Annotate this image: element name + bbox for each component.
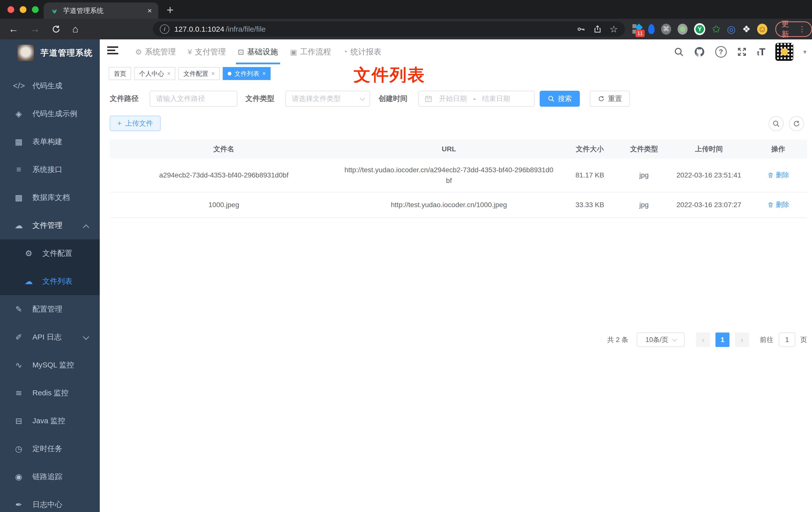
avatar-caret-icon[interactable]: ▾	[803, 48, 807, 56]
sidebar-item-label: 代码生成示例	[32, 109, 77, 119]
sidebar-item-java-monitor[interactable]: ⊟ Java 监控	[0, 407, 100, 435]
sidebar-item-api-log[interactable]: ✐ API 日志	[0, 323, 100, 351]
password-key-icon[interactable]	[577, 25, 585, 34]
sidebar-item-config-manage[interactable]: ✎ 配置管理	[0, 295, 100, 323]
share-icon[interactable]	[593, 25, 602, 34]
app-title: 芋道管理系统	[40, 48, 93, 59]
tag-profile[interactable]: 个人中心 ×	[134, 67, 175, 80]
extension-cmd-icon[interactable]: ⌘	[661, 24, 671, 35]
goto-page-input[interactable]	[779, 333, 795, 347]
browser-update-button[interactable]: 更新 ⋮	[775, 22, 812, 37]
tag-file-config[interactable]: 文件配置 ×	[178, 67, 220, 80]
extension-eye-icon[interactable]: ◎	[727, 24, 736, 35]
github-icon[interactable]	[694, 46, 705, 58]
sidebar-item-label: Redis 监控	[32, 388, 68, 398]
minimize-window-button[interactable]	[20, 6, 26, 13]
sidebar-item-label: 代码生成	[32, 81, 62, 91]
refresh-table-button[interactable]	[789, 116, 804, 131]
sidebar-item-form-builder[interactable]: ▦ 表单构建	[0, 128, 100, 155]
forward-button[interactable]: →	[30, 24, 40, 35]
next-page-button[interactable]: ›	[735, 333, 749, 347]
file-type-select[interactable]: 请选择文件类型	[285, 91, 370, 107]
prev-page-button[interactable]: ‹	[696, 333, 710, 347]
tag-home[interactable]: 首页	[109, 67, 131, 80]
trash-icon	[767, 202, 774, 208]
bookmark-star-icon[interactable]: ☆	[609, 24, 618, 35]
search-icon[interactable]	[674, 47, 684, 57]
sidebar-item-file-config[interactable]: ⚙ 文件配置	[0, 239, 100, 267]
tag-file-list[interactable]: 文件列表 ×	[223, 67, 270, 80]
upload-file-button[interactable]: + 上传文件	[110, 116, 161, 131]
browser-tab[interactable]: 芋道管理系统 ×	[44, 2, 158, 19]
reset-button[interactable]: 重置	[590, 91, 630, 107]
close-icon[interactable]: ×	[167, 70, 170, 77]
help-icon[interactable]: ?	[715, 46, 727, 58]
back-button[interactable]: ←	[8, 24, 19, 35]
close-window-button[interactable]	[7, 6, 14, 13]
sidebar-collapse-icon[interactable]	[107, 47, 119, 57]
table-grid-icon: ▩	[13, 193, 24, 203]
maximize-window-button[interactable]	[32, 6, 39, 13]
avatar[interactable]	[775, 43, 793, 61]
extensions-puzzle-icon[interactable]: ❖	[742, 24, 751, 35]
date-range-picker[interactable]: 开始日期 - 结束日期	[418, 91, 535, 107]
tags-view: 首页 个人中心 × 文件配置 × 文件列表 ×	[100, 64, 812, 83]
window-controls	[7, 6, 39, 13]
extension-badge: 11	[635, 30, 645, 37]
sidebar-item-code-gen-demo[interactable]: ◈ 代码生成示例	[0, 100, 100, 128]
address-bar[interactable]: i 127.0.0.1:1024 /infra/file/file ☆	[153, 22, 625, 37]
sidebar-item-label: 日志中心	[32, 500, 62, 510]
toggle-search-button[interactable]	[768, 116, 784, 131]
profile-emoji-icon[interactable]: ☺	[757, 24, 767, 35]
sidebar-item-db-doc[interactable]: ▩ 数据库文档	[0, 183, 100, 211]
logo-avatar	[18, 44, 34, 61]
end-date-placeholder[interactable]: 结束日期	[482, 94, 510, 103]
file-path-input[interactable]	[150, 91, 237, 107]
extension-tabs-icon[interactable]: 11	[633, 24, 642, 35]
font-size-icon[interactable]: tT	[757, 47, 765, 58]
topnav-item-workflow[interactable]: ▣ 工作流程	[284, 39, 337, 64]
search-button[interactable]: 搜索	[540, 91, 580, 107]
file-url-cell: http://test.yudao.iocoder.cn/a294ecb2-73…	[338, 158, 560, 192]
browser-menu-dots-icon[interactable]: ⋮	[798, 25, 806, 33]
sidebar-logo[interactable]: 芋道管理系统	[0, 39, 100, 66]
page-number-button[interactable]: 1	[716, 333, 729, 347]
start-date-placeholder[interactable]: 开始日期	[439, 94, 467, 103]
tab-close-icon[interactable]: ×	[147, 6, 152, 15]
sidebar-item-log-center[interactable]: ✒ 日志中心	[0, 490, 100, 512]
sidebar: 芋道管理系统 </> 代码生成 ◈ 代码生成示例 ▦ 表单构建 ≡ 系统接口 ▩…	[0, 39, 100, 512]
sidebar-item-mysql-monitor[interactable]: ∿ MySQL 监控	[0, 351, 100, 379]
sidebar-item-tracing[interactable]: ◉ 链路追踪	[0, 463, 100, 490]
reload-button[interactable]	[51, 24, 61, 34]
topnav-item-report[interactable]: ◔ 统计报表	[337, 39, 387, 64]
page-size-select[interactable]: 10条/页	[637, 333, 685, 347]
delete-button[interactable]: 删除	[767, 170, 789, 180]
sidebar-item-code-gen[interactable]: </> 代码生成	[0, 72, 100, 100]
refresh-icon	[598, 95, 605, 102]
sidebar-item-label: Java 监控	[32, 416, 65, 426]
home-button[interactable]: ⌂	[72, 24, 78, 35]
pagination: 共 2 条 10条/页 ‹ 1 › 前往 页	[607, 333, 807, 347]
gear-icon: ⚙	[135, 48, 142, 56]
file-type-cell: jpg	[620, 192, 668, 217]
extension-star-icon[interactable]: ✩	[712, 23, 721, 35]
sidebar-submenu-file: ⚙ 文件配置 ☁ 文件列表	[0, 239, 100, 295]
new-tab-button[interactable]: +	[167, 3, 174, 17]
topnav-item-pay[interactable]: ¥ 支付管理	[182, 39, 232, 64]
topnav-item-infra[interactable]: ⊡ 基础设施	[232, 39, 284, 64]
sidebar-item-system-api[interactable]: ≡ 系统接口	[0, 155, 100, 183]
site-info-icon[interactable]: i	[160, 24, 169, 34]
fullscreen-icon[interactable]	[737, 47, 747, 57]
sidebar-item-cron-job[interactable]: ◷ 定时任务	[0, 435, 100, 463]
extension-balloon-icon[interactable]	[648, 24, 655, 34]
extension-y-icon[interactable]: Y	[694, 23, 705, 35]
close-icon[interactable]: ×	[262, 70, 266, 77]
extension-recorder-icon[interactable]	[677, 24, 688, 35]
topnav-item-system[interactable]: ⚙ 系统管理	[129, 39, 182, 64]
sidebar-item-redis-monitor[interactable]: ≋ Redis 监控	[0, 379, 100, 407]
sidebar-item-file-list[interactable]: ☁ 文件列表	[0, 267, 100, 295]
close-icon[interactable]: ×	[211, 70, 214, 77]
delete-button[interactable]: 删除	[767, 200, 789, 210]
sidebar-item-label: 配置管理	[32, 304, 62, 314]
sidebar-item-file-manage[interactable]: ☁ 文件管理	[0, 211, 100, 239]
